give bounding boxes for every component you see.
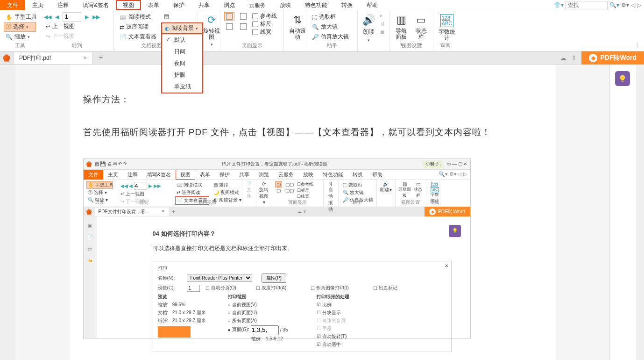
search-icon[interactable]: 🔍▾ bbox=[609, 2, 619, 8]
document-tab[interactable]: PDF打印.pdf × bbox=[13, 52, 93, 64]
text-icon: 📄 bbox=[120, 34, 127, 40]
zoom-tool[interactable]: 🔍缩放▾ bbox=[4, 32, 36, 42]
menu-comment[interactable]: 注释 bbox=[50, 0, 76, 10]
vertical-scrollbar[interactable] bbox=[637, 65, 644, 360]
settings-icon[interactable]: ⚙▾ bbox=[621, 2, 629, 8]
loupe[interactable]: 🔎仿真放大镜 bbox=[310, 32, 354, 42]
nav-fwd-icon[interactable]: ▷ bbox=[637, 2, 641, 8]
mag-icon: 🔍 bbox=[312, 24, 319, 30]
right-rail bbox=[609, 65, 637, 360]
next-view-icon: ↪ bbox=[46, 33, 50, 40]
menu-help[interactable]: 帮助 bbox=[360, 0, 385, 10]
marquee[interactable]: ⬚选取框 bbox=[310, 12, 354, 22]
hand-icon: ✋ bbox=[6, 14, 13, 21]
group-tools-label: 工具 bbox=[0, 42, 40, 49]
bg-day[interactable]: 日间 bbox=[162, 46, 202, 58]
inner-window-ctrl: ▭ — ▢ ✕ bbox=[446, 161, 467, 166]
text-viewer[interactable]: 📄文本查看器 bbox=[118, 32, 158, 42]
menu-cloud[interactable]: 云服务 bbox=[242, 0, 273, 10]
magnifier[interactable]: 🔍放大镜 bbox=[310, 22, 354, 32]
bg-night[interactable]: 夜间 bbox=[162, 58, 202, 69]
collapse-ribbon[interactable]: 〉 bbox=[636, 42, 641, 49]
cloud-icon[interactable]: ☁ bbox=[560, 54, 566, 62]
sync-icon[interactable]: ⇪ bbox=[571, 54, 577, 62]
layout-cont[interactable] bbox=[224, 22, 234, 31]
menu-view[interactable]: 视图 bbox=[116, 0, 141, 10]
reflow[interactable]: ▤ bbox=[162, 12, 173, 21]
tips-bulb-button[interactable] bbox=[615, 71, 630, 86]
skin-icon[interactable]: 👕▾ bbox=[554, 2, 564, 8]
first-page[interactable]: ◀◀ bbox=[44, 14, 51, 20]
reflow-icon: ▤ bbox=[164, 13, 169, 20]
embedded-screenshot: ▤ 💾 🖨 ✉ ↶ ↷ PDF文件打印设置，看这篇就够了.pdf - 福昕阅读器… bbox=[83, 158, 471, 338]
cb-ruler[interactable] bbox=[252, 21, 258, 27]
page-facing-icon bbox=[240, 13, 247, 20]
pause-icon: ⏸ bbox=[380, 21, 385, 27]
menu-home[interactable]: 主页 bbox=[25, 0, 50, 10]
app-icon bbox=[0, 54, 13, 62]
menu-protect[interactable]: 保护 bbox=[166, 0, 191, 10]
hand-tool[interactable]: ✋手型工具 bbox=[4, 12, 36, 22]
inner-window-title: PDF文件打印设置，看这篇就够了.pdf - 福昕阅读器 bbox=[129, 161, 420, 167]
group-goto-label: 转到 bbox=[40, 42, 113, 49]
doc-paragraph-1: 首先使用福昕阅读器打开 PDF 文件，点击【视图】——【文本查看器】，就可以看到… bbox=[83, 125, 532, 139]
read-mode[interactable]: 📖阅读模式 bbox=[118, 12, 158, 22]
layout-single[interactable] bbox=[224, 12, 234, 21]
new-tab-button[interactable]: + bbox=[93, 53, 109, 63]
doc-heading: 操作方法： bbox=[83, 93, 532, 107]
close-tab-icon[interactable]: × bbox=[84, 55, 87, 61]
speaker-icon: 🔊 bbox=[362, 14, 375, 26]
prev-view-icon: ↩ bbox=[46, 23, 50, 30]
inner-doc-text: 可以选择是直接打印文档还是文档和标注全部打印出来。 bbox=[153, 245, 452, 252]
group-viewset-label: 视图设置 bbox=[389, 42, 433, 49]
group-helper-label: 助手 bbox=[306, 42, 357, 49]
cb-linew[interactable] bbox=[252, 29, 258, 35]
menu-browse[interactable]: 浏览 bbox=[217, 0, 242, 10]
inner-bulb-icon: 💡 bbox=[449, 225, 461, 237]
menu-convert[interactable]: 转换 bbox=[334, 0, 360, 10]
inner-user: 小狮子. bbox=[423, 160, 444, 168]
search-input[interactable] bbox=[566, 1, 608, 9]
menu-play[interactable]: 放映 bbox=[273, 0, 298, 10]
menu-bar: 文件 主页 注释 填写&签名 视图 表单 保护 共享 浏览 云服务 放映 特色功… bbox=[0, 0, 644, 10]
last-page[interactable]: ▶▶ bbox=[92, 14, 100, 20]
menu-fill-sign[interactable]: 填写&签名 bbox=[76, 0, 116, 10]
book-icon: 📖 bbox=[120, 14, 127, 21]
auto-scroll[interactable]: ⇅ 自动滚动 bbox=[288, 12, 307, 40]
prev-page[interactable]: ◀ bbox=[55, 14, 59, 20]
word-count[interactable]: 123ABC 字数统计 bbox=[437, 12, 457, 41]
pdf-to-word-button[interactable]: ◆PDF转Word bbox=[581, 51, 644, 65]
play-icon: ▸ bbox=[380, 12, 385, 19]
read-aloud[interactable]: 🔊 朗读▾ bbox=[361, 12, 376, 43]
menu-file[interactable]: 文件 bbox=[0, 0, 25, 10]
bg-parchment[interactable]: 羊皮纸 bbox=[162, 81, 202, 93]
pdf-page: 操作方法： 首先使用福昕阅读器打开 PDF 文件，点击【视图】——【文本查看器】… bbox=[70, 65, 556, 360]
inner-ribbon: ✋手型工具 Ⓣ选择▾ 🔍缩放▾ 工具 ◀◀ ◀▶ ▶▶ ↩上一视图 ↪下一视图 … bbox=[84, 180, 470, 207]
bg-eye[interactable]: 护眼 bbox=[162, 69, 202, 81]
menu-share[interactable]: 共享 bbox=[191, 0, 217, 10]
layout-facing[interactable] bbox=[238, 12, 248, 21]
zoom-icon: 🔍 bbox=[6, 34, 13, 40]
bg-default[interactable]: 默认 bbox=[162, 34, 202, 46]
group-pagedisp-label: 页面显示 bbox=[220, 42, 283, 49]
nav-back-icon[interactable]: ◁ bbox=[631, 2, 635, 8]
wc-icon: 123ABC bbox=[440, 14, 454, 27]
left-sidebar bbox=[0, 65, 16, 360]
status-icon: ▭ bbox=[416, 14, 426, 26]
rotate-icon: ⟳ bbox=[207, 14, 216, 26]
cb-guide[interactable] bbox=[252, 13, 258, 19]
next-page[interactable]: ▶ bbox=[85, 14, 89, 20]
reading-bg-button[interactable]: ◐阅读背景▾ bbox=[161, 22, 203, 34]
rotate-view[interactable]: ⟳ 旋转视图▾ bbox=[202, 12, 221, 47]
layout-cont-facing[interactable] bbox=[238, 22, 248, 31]
scroll-icon: ⇅ bbox=[293, 14, 302, 26]
navpane-icon: ▥ bbox=[396, 14, 406, 26]
select-tool[interactable]: Ⓣ选择▾ bbox=[4, 22, 36, 32]
next-view: ↪下一视图 bbox=[44, 31, 110, 41]
prev-view[interactable]: ↩上一视图 bbox=[44, 22, 110, 31]
page-input[interactable] bbox=[63, 12, 81, 22]
reverse-read[interactable]: ⇄逆序阅读 bbox=[118, 22, 158, 32]
menu-special[interactable]: 特色功能 bbox=[298, 0, 334, 10]
reading-bg-dropdown: ◐阅读背景▾ 默认 日间 夜间 护眼 羊皮纸 bbox=[161, 22, 203, 94]
menu-form[interactable]: 表单 bbox=[141, 0, 166, 10]
